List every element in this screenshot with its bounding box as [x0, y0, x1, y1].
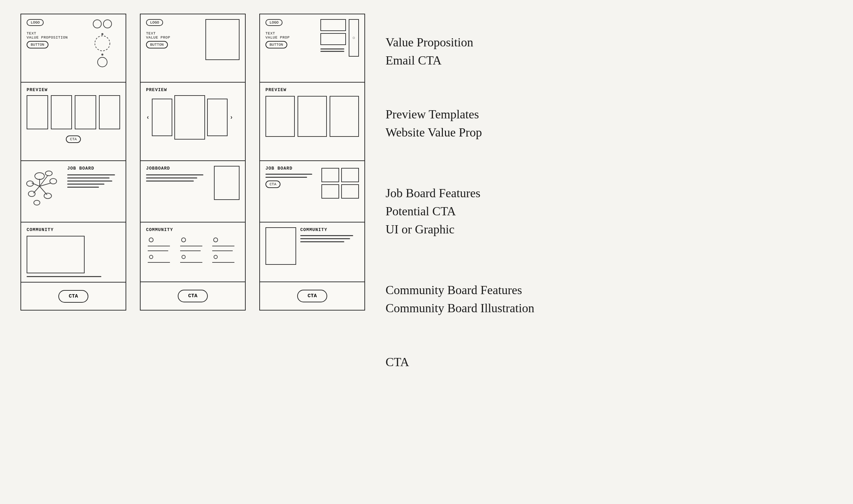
wf3-hero-phone-rect: ○: [349, 19, 359, 57]
wf2-card-center: [174, 95, 205, 140]
wf1-cta-button[interactable]: CTA: [58, 290, 88, 303]
wf2-carousel-right-arrow[interactable]: ›: [230, 114, 233, 121]
svg-point-7: [45, 171, 52, 176]
wf2-hero-text1: TEXT: [146, 31, 202, 35]
annotation-3-line2: Potential CTA: [386, 203, 833, 220]
wf1-jb-line5: [67, 187, 99, 188]
wf3-hero-section: LOGO TEXT VALUE PROP BUTTON: [260, 14, 364, 83]
annotation-3-line1: Job Board Features: [386, 185, 833, 202]
wf3-grid-cell-2: [341, 168, 359, 182]
annotation-group-1: Value Proposition Email CTA: [386, 34, 833, 69]
wf1-jobboard-graphic: [27, 166, 62, 208]
wf3-logo: LOGO: [265, 19, 283, 26]
wf1-cards-row: [27, 95, 120, 129]
wf3-jobboard-grid: [321, 168, 359, 199]
wf1-preview-section: PREVIEW CTA: [21, 83, 126, 161]
wf1-card-3: [75, 95, 96, 129]
wf2-hero-section: LOGO TEXT VALUE PROP BUTTON: [141, 14, 245, 83]
svg-point-29: [214, 238, 218, 242]
wf1-jb-line4: [67, 184, 104, 185]
wf1-card-2: [51, 95, 72, 129]
wf2-jobboard-rect: [214, 166, 240, 200]
wf3-comm-line1: [300, 235, 353, 236]
wf3-jobboard-content: JOB BOARD CTA: [265, 166, 317, 188]
wf1-jb-line3: [67, 181, 112, 182]
wf1-comm-line1: [27, 276, 101, 277]
wf2-comm-col1: [146, 236, 175, 268]
wf2-cta-button[interactable]: CTA: [178, 290, 207, 302]
wf3-cta-section: CTA: [260, 282, 364, 309]
wf3-community-text: COMMUNITY: [300, 227, 359, 242]
wf3-hero-text-area: LOGO TEXT VALUE PROP BUTTON: [265, 19, 318, 48]
wf3-jobboard-label: JOB BOARD: [265, 166, 317, 171]
wf1-card-1: [27, 95, 48, 129]
wf3-hero-rect1: [320, 19, 346, 31]
svg-point-2: [95, 36, 110, 51]
wf3-cards-row: [265, 96, 359, 137]
wf3-card-1: [265, 96, 295, 137]
wf2-card-left: [152, 99, 172, 136]
svg-point-6: [35, 173, 44, 179]
wf2-hero-text2: VALUE PROP: [146, 35, 202, 40]
svg-point-24: [182, 238, 186, 242]
wf3-hero-lines: [320, 48, 346, 52]
svg-point-32: [214, 255, 217, 259]
wf2-hero-button[interactable]: BUTTON: [146, 41, 168, 48]
wf3-hero-button[interactable]: BUTTON: [265, 41, 287, 48]
annotation-group-2: Preview Templates Website Value Prop: [386, 106, 833, 141]
wf1-community-section: COMMUNITY: [21, 222, 126, 283]
wf3-preview-section: PREVIEW: [260, 83, 364, 161]
svg-point-19: [149, 238, 153, 242]
wf1-cta-section: CTA: [21, 283, 126, 310]
wf3-jobboard-section: JOB BOARD CTA: [260, 161, 364, 222]
wf3-jb-line1: [265, 174, 312, 175]
wf3-cta-button[interactable]: CTA: [297, 290, 327, 302]
wf3-hero-stacked-rects: [320, 19, 346, 52]
wf2-carousel-left-arrow[interactable]: ‹: [146, 114, 150, 121]
wf3-hero-line2: [320, 51, 344, 52]
wf2-preview-section: PREVIEW ‹ ›: [141, 83, 245, 161]
wf1-logo: LOGO: [27, 19, 44, 26]
svg-point-5: [101, 54, 103, 56]
wf1-preview-cta[interactable]: CTA: [66, 135, 81, 143]
wf2-jobboard-label: JOBBOARD: [146, 166, 210, 171]
wf2-comm-col2: [178, 236, 207, 268]
wf1-hero-button[interactable]: BUTTON: [27, 41, 48, 48]
wf1-jobboard-content: JOB BOARD: [67, 166, 120, 188]
wf1-card-4: [99, 95, 120, 129]
svg-point-0: [93, 20, 101, 28]
wf2-carousel: ‹ ›: [146, 95, 240, 140]
wf3-hero-text2: VALUE PROP: [265, 35, 318, 40]
wf2-comm-col3: [211, 236, 240, 268]
wf1-jobboard-label: JOB BOARD: [67, 166, 120, 171]
svg-point-27: [182, 255, 185, 259]
wf2-community-label: COMMUNITY: [146, 227, 240, 232]
annotation-group-4: Community Board Features Community Board…: [386, 282, 833, 316]
wf2-logo: LOGO: [146, 19, 163, 26]
annotation-4-line2: Community Board Illustration: [386, 300, 833, 317]
svg-point-18: [34, 200, 40, 205]
annotation-4-line1: Community Board Features: [386, 282, 833, 299]
wireframe-2: LOGO TEXT VALUE PROP BUTTON PREVIEW ‹: [140, 14, 246, 311]
svg-point-17: [44, 193, 52, 199]
wf1-jb-line2: [67, 177, 110, 178]
annotation-2-line2: Website Value Prop: [386, 124, 833, 141]
wf3-community-section: COMMUNITY: [260, 222, 364, 282]
svg-point-16: [28, 191, 35, 197]
svg-line-10: [40, 175, 48, 186]
wf1-community-rect: [27, 236, 85, 273]
wireframe-1: LOGO TEXT VALUE PROPOSITION BUTTON PREVI…: [20, 14, 126, 311]
annotation-5-line1: CTA: [386, 354, 833, 371]
wf3-comm-line2: [300, 238, 350, 239]
wf3-hero-rect2: [320, 33, 346, 45]
svg-point-1: [103, 20, 112, 28]
wf3-card-3: [330, 96, 359, 137]
wireframe-3: LOGO TEXT VALUE PROP BUTTON: [259, 14, 365, 311]
wf3-card-2: [298, 96, 327, 137]
wf3-grid-cell-4: [341, 184, 359, 199]
wf2-hero-text-area: LOGO TEXT VALUE PROP BUTTON: [146, 19, 202, 48]
annotation-1-line1: Value Proposition: [386, 34, 833, 51]
wf3-jobboard-cta[interactable]: CTA: [265, 181, 280, 188]
wf1-hero-section: LOGO TEXT VALUE PROPOSITION BUTTON: [21, 14, 126, 83]
svg-point-3: [98, 57, 107, 67]
